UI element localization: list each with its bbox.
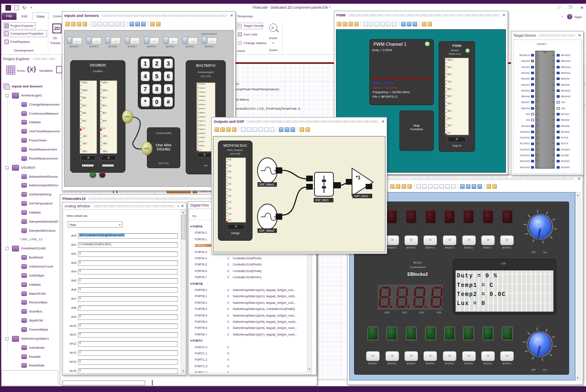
svg-text:DSP_Wave2: DSP_Wave2 (259, 229, 274, 232)
svg-text:DSP_Gain1: DSP_Gain1 (354, 195, 369, 198)
svg-text:DSP_Wave1: DSP_Wave1 (259, 183, 274, 186)
svg-text:1-Wire: 1-Wire (124, 116, 130, 118)
svg-text:1-Wire: 1-Wire (144, 148, 149, 150)
svg-text:*1: *1 (356, 175, 361, 181)
svg-text:DSP_MIX1: DSP_MIX1 (315, 199, 329, 202)
